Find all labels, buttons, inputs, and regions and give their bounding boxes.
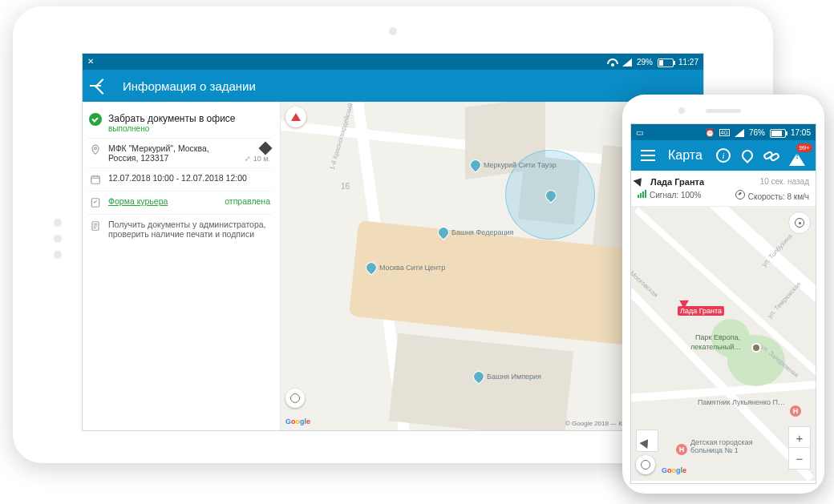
time-icon (89, 173, 102, 186)
poi-mercury[interactable]: Меркурий Сити Тауэр (484, 161, 557, 169)
page-title: Информация о задании (123, 79, 256, 93)
hospital-label: Детская городская больница № 1 (690, 439, 779, 455)
task-datetime: 12.07.2018 10:00 - 12.07.2018 12:00 (108, 173, 270, 183)
svg-point-0 (95, 147, 97, 150)
tablet-sensor-cluster (51, 211, 64, 259)
hospital-pin-2[interactable]: H (676, 444, 687, 455)
compass-icon[interactable] (285, 107, 306, 127)
my-location-button[interactable] (788, 212, 811, 234)
poi-imperia[interactable]: Башня Империя (487, 373, 541, 381)
screenshot-icon: ▭ (636, 128, 643, 137)
vehicle-name: Лада Гранта (650, 177, 704, 187)
signal-value: Сигнал: 100% (650, 191, 702, 200)
phone-speaker (706, 109, 741, 113)
zoom-in-button[interactable]: + (788, 426, 811, 449)
poi-citycenter[interactable]: Москва Сити Центр (379, 264, 445, 272)
directions-icon[interactable] (259, 142, 273, 155)
street-temryukskaya: ул. Темрюкская (766, 280, 802, 320)
signal-bars-icon (638, 190, 646, 198)
tablet-screen: ✕ 29% 11:27 Информация о задании Забрать… (82, 53, 704, 431)
courier-form-link[interactable]: Форма курьера (108, 196, 168, 206)
address-icon (89, 143, 102, 156)
locate-button[interactable] (740, 148, 755, 163)
last-update: 10 сек. назад (760, 177, 809, 186)
phone-map-view[interactable]: Парк Европа, лекательный… Лада Гранта ул… (631, 207, 816, 481)
map-tilt-button[interactable] (285, 389, 305, 408)
signal-icon (622, 57, 632, 67)
google-logo: Google (285, 417, 310, 425)
speed-icon (735, 190, 745, 200)
battery-icon (770, 129, 786, 138)
distance: 10 м. (253, 155, 270, 163)
form-icon (89, 196, 102, 209)
phone-status-bar: ▭ ⏰ 4G 76% 17:05 (631, 124, 816, 140)
phone-app-bar: Карта 99+ (631, 140, 816, 171)
battery-icon (658, 58, 674, 67)
zoom-out-button[interactable]: − (788, 447, 811, 470)
svg-rect-1 (91, 176, 100, 183)
signal-icon (735, 127, 744, 137)
network-type: 4G (719, 129, 730, 136)
alert-badge: 99+ (796, 143, 812, 152)
building-number: 16 (341, 182, 350, 191)
alerts-button[interactable]: 99+ (788, 148, 806, 163)
description-icon (89, 220, 102, 232)
center-vehicle-button[interactable] (636, 429, 658, 452)
task-address: МФК "Меркурий", Москва, Россия, 123317 (108, 143, 238, 163)
back-button[interactable] (92, 77, 110, 95)
hospital-pin-1[interactable]: H (790, 405, 801, 417)
phone-screen: ▭ ⏰ 4G 76% 17:05 Карта 99+ (630, 123, 816, 484)
status-icon (89, 113, 102, 126)
task-details-panel: Забрать документы в офисе выполнено МФК … (83, 102, 281, 430)
task-description: Получить документы у администратора, про… (108, 220, 270, 239)
info-button[interactable] (716, 148, 731, 163)
status-bar: ✕ 29% 11:27 (83, 54, 703, 70)
direction-icon (638, 175, 647, 185)
page-title: Карта (668, 148, 703, 163)
alarm-icon: ⏰ (705, 128, 715, 137)
clock: 17:05 (791, 128, 811, 137)
monument-label: Памятник Лукьяненко П… (698, 399, 785, 407)
link-button[interactable] (764, 148, 779, 163)
park-label-2: лекательный… (690, 343, 741, 351)
tools-icon: ✕ (87, 57, 97, 67)
task-status: выполнено (108, 124, 270, 133)
park-label-1: Парк Европа, (695, 333, 740, 341)
battery-pct: 76% (749, 128, 765, 137)
svg-rect-2 (91, 199, 99, 208)
phone-device: ▭ ⏰ 4G 76% 17:05 Карта 99+ (622, 95, 824, 494)
battery-pct: 29% (637, 58, 653, 67)
task-title: Забрать документы в офисе (108, 113, 270, 124)
vehicle-marker-label[interactable]: Лада Гранта (678, 306, 724, 316)
google-logo: Google (662, 466, 686, 474)
phone-camera (678, 107, 685, 114)
wifi-icon (608, 57, 617, 67)
clock: 11:27 (678, 58, 698, 67)
form-status: отправлена (225, 196, 270, 206)
app-bar: Информация о задании (83, 70, 703, 102)
speed-value: Скорость: 8 км/ч (748, 192, 809, 201)
tablet-camera (389, 27, 397, 35)
poi-federation[interactable]: Башня Федерация (451, 228, 513, 236)
map-tilt-button[interactable] (636, 455, 655, 474)
menu-button[interactable] (641, 150, 655, 161)
vehicle-info-panel[interactable]: Лада Гранта 10 сек. назад Сигнал: 100% С… (631, 171, 816, 207)
